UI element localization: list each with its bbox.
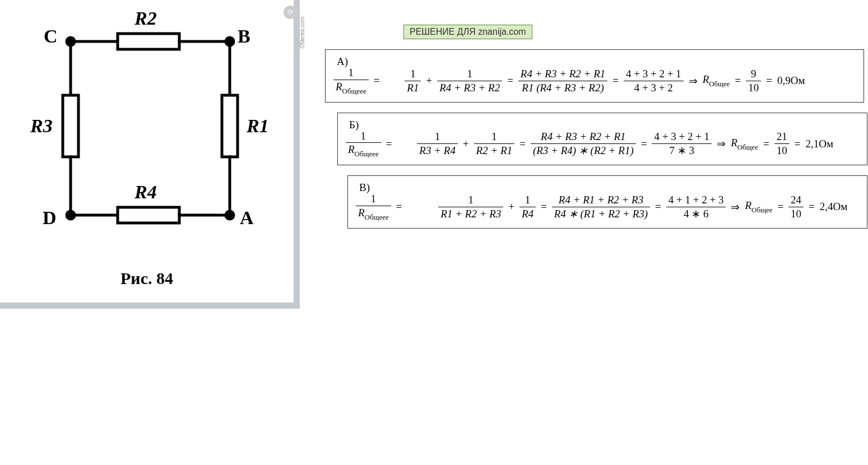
eq-c-lhs: 1 RОбщеее <box>356 193 391 221</box>
eq-c-resfrac: 2410 <box>788 194 804 220</box>
equation-box-a: А) 1 RОбщеее = 1R1 + 1R4 + R3 + R2 = R4 … <box>325 49 864 103</box>
svg-rect-14 <box>222 95 238 157</box>
watermark-icon: ⟳ <box>284 6 297 19</box>
eq-a-rtotal: RОбщее <box>703 73 730 88</box>
node-b: B <box>238 26 250 47</box>
eq-c-nums: 4 + 1 + 2 + 34 ∗ 6 <box>666 194 726 220</box>
eq-b-rtotal: RОбщее <box>731 137 758 151</box>
arrow-icon: ⇒ <box>715 137 727 150</box>
label-r2: R2 <box>134 8 157 29</box>
eq-a-lhs-num: 1 <box>346 67 356 79</box>
eq-a-lhs: 1 RОбщеее <box>333 67 369 95</box>
eq-b-nums: 4 + 3 + 2 + 17 ∗ 3 <box>652 131 712 157</box>
eq-a-resfrac: 910 <box>746 68 761 94</box>
eq-a-nums: 4 + 3 + 2 + 14 + 3 + 2 <box>624 68 684 94</box>
watermark-text: ©5terka.com <box>299 17 305 49</box>
eq-c-t1: 1R1 + R2 + R3 <box>438 194 503 220</box>
solution-header: РЕШЕНИЕ ДЛЯ znanija.com <box>403 25 532 39</box>
eq-b-tag: Б) <box>346 119 859 131</box>
eq-a-t1: 1R1 <box>405 68 421 94</box>
eq-sign: = <box>372 75 382 87</box>
arrow-icon: ⇒ <box>687 75 699 87</box>
eq-c-comb: R4 + R1 + R2 + R3R4 ∗ (R1 + R2 + R3) <box>552 194 650 220</box>
svg-rect-5 <box>118 34 179 49</box>
eq-b-result: 2,1Ом <box>805 138 833 150</box>
eq-a-tag: А) <box>333 55 856 68</box>
node-a: A <box>240 207 254 229</box>
eq-a-comb: R4 + R3 + R2 + R1R1 (R4 + R3 + R2) <box>518 68 607 94</box>
eq-b-comb: R4 + R3 + R2 + R1(R3 + R4) ∗ (R2 + R1) <box>531 131 636 157</box>
label-r4: R4 <box>134 182 157 203</box>
equation-box-b: Б) 1 RОбщеее = 1R3 + R4 + 1R2 + R1 = R4 … <box>337 113 867 166</box>
figure-caption: Рис. 84 <box>0 269 294 288</box>
label-r3: R3 <box>30 115 53 137</box>
eq-c-result: 2,4Ом <box>820 201 848 213</box>
eq-b-resfrac: 2110 <box>774 131 790 157</box>
eq-b-t2: 1R2 + R1 <box>474 131 515 157</box>
node-d: D <box>43 207 57 229</box>
eq-a-lhs-den: RОбщеее <box>333 81 369 95</box>
svg-rect-11 <box>63 95 78 157</box>
svg-rect-8 <box>118 207 179 223</box>
eq-a-result: 0,9Ом <box>777 75 805 87</box>
eq-b-t1: 1R3 + R4 <box>417 131 458 157</box>
label-r1: R1 <box>247 115 269 137</box>
node-c: C <box>44 26 58 47</box>
eq-a-t2: 1R4 + R3 + R2 <box>437 68 502 94</box>
eq-b-lhs: 1 RОбщеее <box>346 130 381 159</box>
arrow-icon: ⇒ <box>729 201 741 213</box>
equation-box-c: В) 1 RОбщеее = 1R1 + R2 + R3 + 1R4 = R4 … <box>347 175 867 229</box>
eq-c-tag: В) <box>356 182 859 194</box>
circuit-diagram: R2 R4 R3 R1 C B D A Рис. 84 <box>0 0 294 303</box>
solution-panel: РЕШЕНИЕ ДЛЯ znanija.com А) 1 RОбщеее = 1… <box>325 0 863 229</box>
figure-panel: R2 R4 R3 R1 C B D A Рис. 84 ⟳ ©5terka.co… <box>0 0 300 309</box>
eq-c-rtotal: RОбщее <box>745 199 772 214</box>
eq-c-t2: 1R4 <box>519 194 536 220</box>
